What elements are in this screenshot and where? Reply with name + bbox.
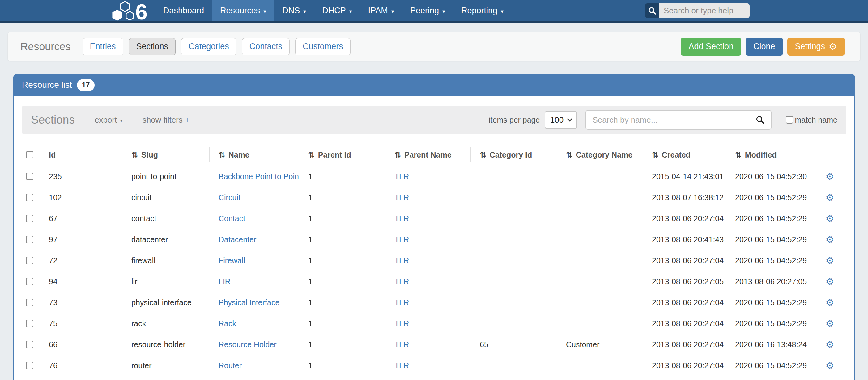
select-all-cell	[22, 144, 44, 166]
row-checkbox[interactable]	[26, 299, 33, 306]
nav-reporting[interactable]: Reporting▾	[453, 0, 512, 21]
col-category-name[interactable]: ⇅Category Name	[557, 144, 643, 166]
row-settings-gear-icon[interactable]: ⚙	[826, 256, 834, 265]
settings-button[interactable]: Settings ⚙	[787, 38, 845, 56]
table-row: 73 physical-interface Physical Interface…	[22, 292, 846, 313]
row-checkbox[interactable]	[26, 341, 33, 348]
col-name[interactable]: ⇅Name	[209, 144, 299, 166]
cell-modified: 2020-06-16 13:48:24	[726, 340, 814, 349]
select-all-checkbox[interactable]	[26, 151, 33, 158]
cell-name-link[interactable]: Contact	[209, 214, 299, 223]
cell-category-id: -	[470, 214, 557, 223]
cell-name-link[interactable]: LIR	[209, 277, 299, 286]
row-settings-gear-icon[interactable]: ⚙	[826, 193, 834, 202]
row-checkbox[interactable]	[26, 320, 33, 327]
nav-dashboard[interactable]: Dashboard	[155, 0, 212, 21]
row-checkbox[interactable]	[26, 215, 33, 222]
add-section-button[interactable]: Add Section	[681, 38, 741, 56]
cell-parent-name-link[interactable]: TLR	[385, 172, 470, 181]
clone-button[interactable]: Clone	[746, 38, 783, 56]
col-parent-id[interactable]: ⇅Parent Id	[299, 144, 385, 166]
cell-parent-name-link[interactable]: TLR	[385, 256, 470, 265]
cell-parent-name-link[interactable]: TLR	[385, 361, 470, 370]
cell-parent-name-link[interactable]: TLR	[385, 193, 470, 202]
nav-peering[interactable]: Peering▾	[402, 0, 453, 21]
row-settings-gear-icon[interactable]: ⚙	[826, 298, 834, 307]
table-body: 235 point-to-point Backbone Point to Poi…	[22, 166, 846, 376]
items-per-page-select[interactable]: 100	[545, 111, 577, 129]
cell-checkbox	[22, 299, 44, 306]
row-settings-gear-icon[interactable]: ⚙	[826, 319, 834, 328]
cell-name-link[interactable]: Backbone Point to Point	[209, 172, 299, 181]
tab-sections[interactable]: Sections	[129, 38, 176, 55]
caret-down-icon: ▾	[264, 7, 266, 14]
match-name-checkbox[interactable]	[786, 116, 793, 124]
cell-parent-name-link[interactable]: TLR	[385, 319, 470, 328]
row-settings-gear-icon[interactable]: ⚙	[826, 172, 834, 181]
cell-name-link[interactable]: Datacenter	[209, 235, 299, 244]
cell-parent-id: 1	[299, 172, 385, 181]
cell-checkbox	[22, 236, 44, 243]
cell-category-id: -	[470, 277, 557, 286]
cell-checkbox	[22, 173, 44, 180]
cell-name-link[interactable]: Rack	[209, 319, 299, 328]
table-search-button[interactable]	[749, 110, 772, 130]
row-checkbox[interactable]	[26, 194, 33, 201]
cell-created: 2013-08-06 20:27:04	[643, 298, 726, 307]
items-per-page-value: 100	[550, 115, 563, 125]
tab-contacts[interactable]: Contacts	[242, 38, 290, 55]
col-category-id[interactable]: ⇅Category Id	[470, 144, 557, 166]
cell-parent-id: 1	[299, 319, 385, 328]
col-slug-label: Slug	[141, 151, 158, 159]
row-settings-gear-icon[interactable]: ⚙	[826, 235, 834, 244]
global-search-input[interactable]	[659, 3, 750, 18]
cell-name-link[interactable]: Physical Interface	[209, 298, 299, 307]
cell-parent-name-link[interactable]: TLR	[385, 235, 470, 244]
col-modified[interactable]: ⇅Modified	[726, 144, 814, 166]
toolbar-title: Sections	[31, 114, 75, 126]
nav-dns[interactable]: DNS▾	[274, 0, 314, 21]
app-logo[interactable]: 6	[109, 0, 155, 21]
sections-table: Id ⇅Slug ⇅Name ⇅Parent Id ⇅Parent Name ⇅…	[22, 144, 846, 376]
col-created[interactable]: ⇅Created	[643, 144, 726, 166]
cell-actions: ⚙	[814, 172, 846, 181]
nav-dhcp[interactable]: DHCP▾	[314, 0, 360, 21]
row-checkbox[interactable]	[26, 257, 33, 264]
cell-name-link[interactable]: Circuit	[209, 193, 299, 202]
nav-ipam[interactable]: IPAM▾	[360, 0, 402, 21]
row-checkbox[interactable]	[26, 173, 33, 180]
search-icon[interactable]	[645, 3, 659, 18]
row-settings-gear-icon[interactable]: ⚙	[826, 277, 834, 286]
toolbar-right: items per page 100 match name	[489, 110, 837, 130]
col-slug[interactable]: ⇅Slug	[122, 144, 209, 166]
cell-parent-id: 1	[299, 298, 385, 307]
tab-entries[interactable]: Entries	[83, 38, 123, 55]
row-checkbox[interactable]	[26, 236, 33, 243]
cell-name-link[interactable]: Resource Holder	[209, 340, 299, 349]
cell-checkbox	[22, 194, 44, 201]
caret-down-icon: ▾	[349, 7, 352, 14]
export-dropdown[interactable]: export ▾	[95, 115, 123, 125]
col-parent-id-label: Parent Id	[318, 151, 351, 159]
page-header: Resources Entries Sections Categories Co…	[7, 32, 861, 61]
row-checkbox[interactable]	[26, 278, 33, 285]
col-parent-name[interactable]: ⇅Parent Name	[385, 144, 470, 166]
cell-parent-name-link[interactable]: TLR	[385, 340, 470, 349]
row-settings-gear-icon[interactable]: ⚙	[826, 340, 834, 349]
row-settings-gear-icon[interactable]: ⚙	[826, 361, 834, 371]
nav-resources-label: Resources	[220, 6, 260, 15]
show-filters-link[interactable]: show filters +	[143, 115, 189, 125]
table-search-input[interactable]	[586, 110, 749, 130]
cell-category-name: -	[557, 319, 643, 328]
cell-parent-name-link[interactable]: TLR	[385, 277, 470, 286]
tab-customers[interactable]: Customers	[295, 38, 350, 55]
row-checkbox[interactable]	[26, 362, 33, 369]
cell-parent-name-link[interactable]: TLR	[385, 298, 470, 307]
cell-name-link[interactable]: Firewall	[209, 256, 299, 265]
row-settings-gear-icon[interactable]: ⚙	[826, 214, 834, 223]
cell-parent-name-link[interactable]: TLR	[385, 214, 470, 223]
tab-categories[interactable]: Categories	[181, 38, 237, 55]
cell-id: 76	[44, 361, 122, 370]
nav-resources[interactable]: Resources▾	[212, 0, 274, 21]
cell-name-link[interactable]: Router	[209, 361, 299, 370]
